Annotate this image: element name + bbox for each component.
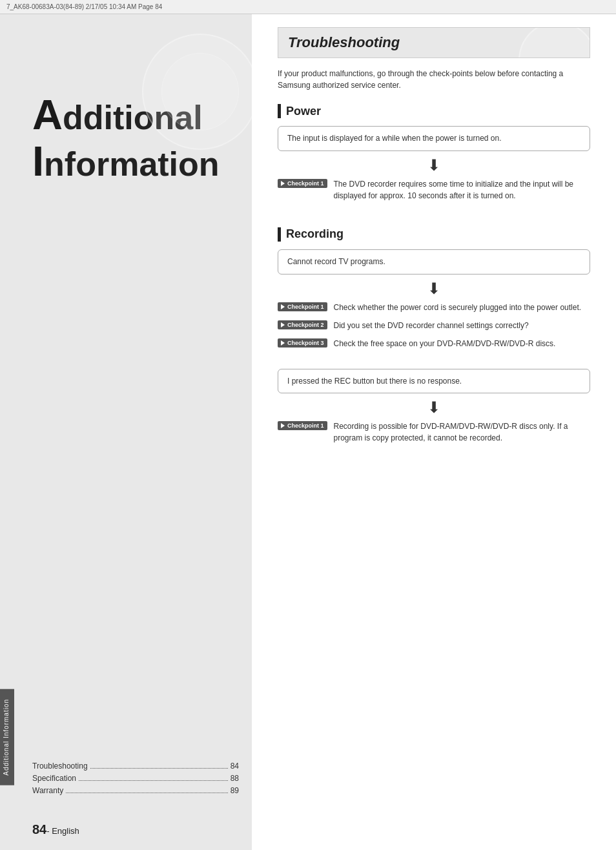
recording-info-box-1: Cannot record TV programs. — [278, 249, 590, 275]
left-panel: Additional Information Troubleshooting 8… — [0, 14, 252, 850]
toc-item-troubleshooting: Troubleshooting 84 — [32, 762, 239, 771]
title-nformation: nformation — [44, 145, 220, 183]
section-bar-power — [278, 104, 281, 118]
toc-page-troubleshooting: 84 — [231, 762, 239, 771]
toc-dots-3 — [66, 787, 227, 793]
recording-checkpoint-2-text: Did you set the DVD recorder channel set… — [334, 320, 529, 331]
recording-checkpoint-3-label: Checkpoint 3 — [287, 340, 324, 346]
header-box-bg-circle — [518, 27, 590, 58]
power-checkpoint-1-label: Checkpoint 1 — [287, 180, 324, 187]
checkpoint-arrow-icon-r1 — [281, 304, 285, 309]
recording-checkpoint-3-badge: Checkpoint 3 — [278, 338, 327, 347]
recording-checkpoint-4-label: Checkpoint 1 — [287, 422, 324, 429]
toc-dots-2 — [79, 774, 228, 781]
side-label: Additional Information — [0, 689, 14, 785]
power-checkpoint-1-text: The DVD recorder requires some time to i… — [334, 178, 590, 202]
checkpoint-arrow-icon-r2 — [281, 322, 285, 327]
intro-text: If your product malfunctions, go through… — [278, 68, 590, 91]
recording-checkpoint-1-label: Checkpoint 1 — [287, 304, 324, 310]
section-title-power: Power — [286, 105, 321, 118]
section-heading-power: Power — [278, 104, 590, 118]
title-big-letter-i: I — [32, 138, 44, 185]
table-of-contents: Troubleshooting 84 Specification 88 Warr… — [32, 762, 239, 798]
section-bar-recording — [278, 227, 281, 242]
power-info-box: The input is displayed for a while when … — [278, 126, 590, 151]
recording-checkpoint-2-badge: Checkpoint 2 — [278, 320, 327, 329]
header-bar: 7_AK68-00683A-03(84-89) 2/17/05 10:34 AM… — [0, 0, 616, 14]
recording-info-text-1: Cannot record TV programs. — [287, 257, 385, 266]
power-checkpoint-1: Checkpoint 1 The DVD recorder requires s… — [278, 178, 590, 202]
toc-title-warranty: Warranty — [32, 786, 63, 795]
checkpoint-arrow-icon-r3 — [281, 340, 285, 346]
page-number: 84- English — [32, 822, 79, 837]
page-container: 7_AK68-00683A-03(84-89) 2/17/05 10:34 AM… — [0, 0, 616, 850]
toc-item-warranty: Warranty 89 — [32, 786, 239, 795]
page-num-suffix: - English — [46, 826, 79, 836]
power-info-text: The input is displayed for a while when … — [287, 134, 502, 143]
toc-item-specification: Specification 88 — [32, 774, 239, 783]
recording-checkpoint-4-badge: Checkpoint 1 — [278, 421, 327, 430]
recording-checkpoint-2-label: Checkpoint 2 — [287, 322, 324, 328]
checkpoint-arrow-icon-r4 — [281, 423, 285, 428]
power-arrow: ⬇ — [278, 156, 590, 174]
toc-page-warranty: 89 — [231, 786, 239, 795]
spacer-1 — [278, 208, 590, 221]
recording-checkpoint-4-text: Recording is possible for DVD-RAM/DVD-RW… — [334, 420, 590, 444]
recording-checkpoint-4: Checkpoint 1 Recording is possible for D… — [278, 420, 590, 444]
spacer-2 — [278, 356, 590, 369]
troubleshooting-header-box: Troubleshooting — [278, 27, 590, 58]
recording-arrow-2: ⬇ — [278, 399, 590, 417]
side-label-text: Additional Information — [3, 699, 10, 776]
recording-info-box-2: I pressed the REC button but there is no… — [278, 369, 590, 394]
toc-title-troubleshooting: Troubleshooting — [32, 762, 88, 771]
checkpoint-arrow-icon — [281, 181, 285, 186]
recording-arrow-1: ⬇ — [278, 280, 590, 298]
toc-title-specification: Specification — [32, 774, 76, 783]
section-title-recording: Recording — [286, 227, 344, 241]
main-content: Additional Information Troubleshooting 8… — [0, 14, 616, 850]
recording-checkpoint-1: Checkpoint 1 Check whether the power cor… — [278, 302, 590, 313]
recording-checkpoint-3: Checkpoint 3 Check the free space on you… — [278, 338, 590, 349]
watermark-inner-circle — [161, 53, 239, 130]
page-num-value: 84 — [32, 822, 46, 836]
toc-dots-1 — [90, 762, 228, 769]
recording-info-text-2: I pressed the REC button but there is no… — [287, 377, 462, 386]
title-big-letter-a: A — [32, 91, 63, 138]
power-checkpoint-1-badge: Checkpoint 1 — [278, 179, 327, 188]
recording-checkpoint-1-text: Check whether the power cord is securely… — [334, 302, 582, 313]
section-heading-recording: Recording — [278, 227, 590, 242]
right-panel: Troubleshooting If your product malfunct… — [252, 14, 616, 850]
header-text: 7_AK68-00683A-03(84-89) 2/17/05 10:34 AM… — [6, 3, 162, 10]
recording-checkpoint-2: Checkpoint 2 Did you set the DVD recorde… — [278, 320, 590, 331]
recording-checkpoint-3-text: Check the free space on your DVD-RAM/DVD… — [334, 338, 556, 349]
toc-page-specification: 88 — [231, 774, 239, 783]
recording-checkpoint-1-badge: Checkpoint 1 — [278, 302, 327, 311]
